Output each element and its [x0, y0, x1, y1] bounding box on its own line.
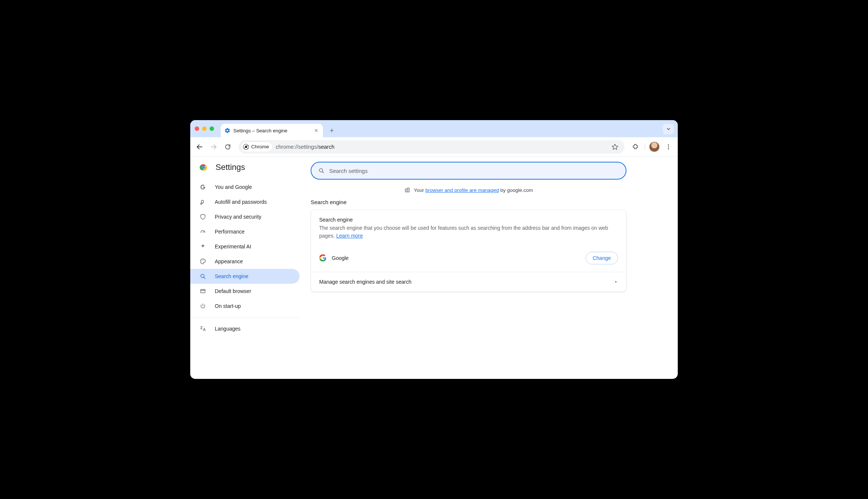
- fullscreen-window-button[interactable]: [210, 126, 214, 131]
- power-icon: [199, 302, 207, 310]
- sidebar-item-search-engine[interactable]: Search engine: [190, 269, 299, 284]
- svg-point-10: [204, 201, 204, 202]
- sidebar-item-on-startup[interactable]: On start-up: [190, 299, 299, 313]
- sidebar-item-label: Privacy and security: [215, 214, 261, 220]
- browser-window: Settings – Search engine: [190, 120, 678, 379]
- chrome-menu-button[interactable]: [662, 141, 675, 153]
- sidebar-item-autofill[interactable]: Autofill and passwords: [190, 194, 299, 209]
- sidebar-item-label: On start-up: [215, 303, 241, 309]
- tab-overflow-button[interactable]: [663, 124, 674, 134]
- svg-point-3: [668, 146, 669, 147]
- sidebar-item-label: Default browser: [215, 288, 251, 294]
- card-header-block: Search engine The search engine that you…: [311, 210, 626, 247]
- sidebar-item-appearance[interactable]: Appearance: [190, 254, 299, 269]
- url-text: chrome://settings/search: [276, 144, 334, 150]
- chrome-logo-icon: [199, 163, 208, 172]
- search-engine-card: Search engine The search engine that you…: [311, 210, 626, 292]
- change-engine-button[interactable]: Change: [586, 252, 618, 264]
- extensions-button[interactable]: [629, 141, 642, 153]
- managed-text: Your browser and profile are managed by …: [414, 187, 533, 193]
- sidebar-item-experimental-ai[interactable]: Experimental AI: [190, 239, 299, 254]
- selected-engine-name: Google: [332, 255, 580, 261]
- search-settings-field[interactable]: [311, 162, 626, 180]
- toolbar-separator: [645, 143, 645, 151]
- managed-link[interactable]: browser and profile are managed: [425, 187, 499, 193]
- svg-point-9: [203, 167, 205, 168]
- shield-icon: [199, 213, 207, 220]
- address-bar[interactable]: Chrome chrome://settings/search: [239, 140, 625, 154]
- search-settings-input[interactable]: [329, 168, 619, 174]
- settings-sidebar: Settings You and Google Autofill and pas…: [190, 157, 305, 379]
- sidebar-item-label: Performance: [215, 229, 244, 235]
- manage-row-label: Manage search engines and site search: [319, 279, 411, 285]
- svg-point-12: [202, 260, 203, 261]
- back-button[interactable]: [193, 141, 206, 153]
- close-tab-button[interactable]: [313, 128, 319, 133]
- card-description: The search engine that you choose will b…: [319, 224, 618, 240]
- managed-building-icon: [404, 187, 410, 193]
- new-tab-button[interactable]: [327, 125, 337, 136]
- sidebar-header: Settings: [190, 162, 305, 178]
- search-icon: [199, 273, 207, 280]
- google-logo-icon: [319, 254, 327, 262]
- svg-point-11: [201, 261, 202, 262]
- tab-strip: Settings – Search engine: [190, 120, 678, 137]
- profile-button[interactable]: [648, 141, 661, 153]
- sidebar-item-label: Autofill and passwords: [215, 199, 267, 205]
- bookmark-star-icon[interactable]: [610, 142, 620, 152]
- tab-title: Settings – Search engine: [233, 128, 310, 133]
- window-controls: [195, 120, 221, 137]
- key-icon: [199, 198, 207, 206]
- chevron-right-icon: [614, 280, 618, 284]
- selected-engine-row: Google Change: [311, 247, 626, 272]
- svg-rect-16: [201, 290, 205, 293]
- chrome-chip-icon: [243, 144, 249, 150]
- section-title: Search engine: [311, 199, 626, 205]
- sidebar-item-label: Languages: [215, 326, 240, 332]
- sidebar-item-label: Experimental AI: [215, 244, 251, 250]
- sidebar-item-languages[interactable]: Languages: [190, 321, 299, 336]
- browser-window-icon: [199, 287, 207, 295]
- close-window-button[interactable]: [195, 126, 199, 131]
- learn-more-link[interactable]: Learn more: [336, 233, 363, 239]
- card-label: Search engine: [319, 217, 618, 223]
- sidebar-divider: [190, 317, 299, 318]
- browser-toolbar: Chrome chrome://settings/search: [190, 137, 678, 157]
- translate-icon: [199, 325, 207, 332]
- svg-point-14: [204, 261, 205, 262]
- speedometer-icon: [199, 228, 207, 235]
- svg-point-2: [668, 144, 669, 145]
- google-g-icon: [199, 183, 207, 191]
- settings-main: Your browser and profile are managed by …: [305, 157, 678, 379]
- content-area: Settings You and Google Autofill and pas…: [190, 157, 678, 379]
- sidebar-item-you-and-google[interactable]: You and Google: [190, 180, 299, 194]
- search-icon: [318, 167, 325, 174]
- svg-point-13: [203, 260, 204, 261]
- avatar-icon: [649, 142, 660, 152]
- sparkle-icon: [199, 243, 207, 250]
- sidebar-item-label: You and Google: [215, 184, 252, 190]
- managed-notice: Your browser and profile are managed by …: [311, 187, 626, 193]
- svg-point-4: [668, 148, 669, 149]
- minimize-window-button[interactable]: [202, 126, 207, 131]
- settings-gear-icon: [224, 128, 230, 133]
- forward-button[interactable]: [207, 141, 220, 153]
- sidebar-item-label: Appearance: [215, 258, 243, 264]
- browser-tab[interactable]: Settings – Search engine: [221, 124, 323, 137]
- site-chip-label: Chrome: [251, 144, 269, 149]
- sidebar-item-privacy[interactable]: Privacy and security: [190, 209, 299, 224]
- manage-search-engines-row[interactable]: Manage search engines and site search: [311, 272, 626, 292]
- sidebar-item-default-browser[interactable]: Default browser: [190, 284, 299, 299]
- sidebar-title: Settings: [216, 162, 245, 172]
- sidebar-item-performance[interactable]: Performance: [190, 224, 299, 239]
- sidebar-nav: You and Google Autofill and passwords Pr…: [190, 178, 305, 338]
- site-chip[interactable]: Chrome: [241, 142, 273, 152]
- sidebar-item-label: Search engine: [215, 273, 248, 279]
- reload-button[interactable]: [221, 141, 234, 153]
- palette-icon: [199, 258, 207, 265]
